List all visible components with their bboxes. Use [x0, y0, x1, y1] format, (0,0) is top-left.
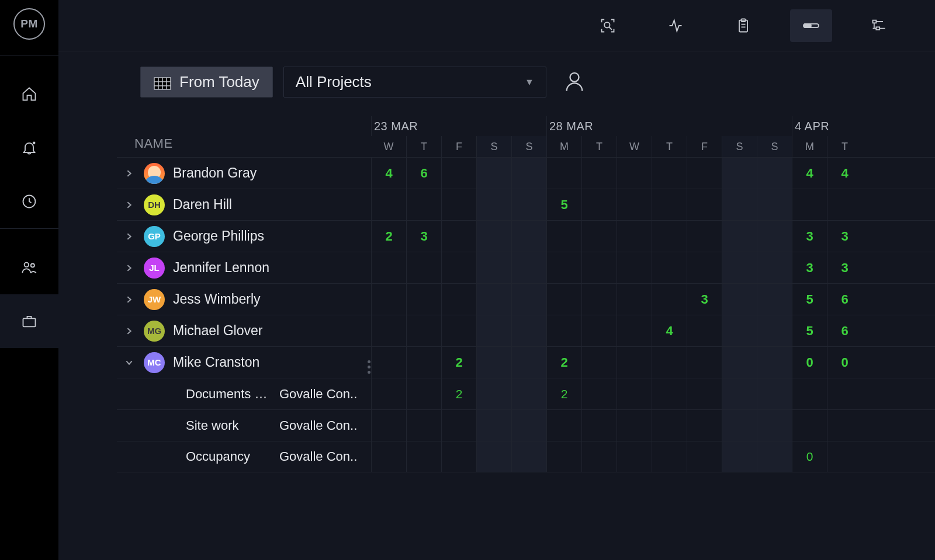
workload-cell[interactable] [827, 189, 862, 220]
workload-cell[interactable]: 2 [441, 378, 476, 409]
chevron-right-icon[interactable] [123, 200, 136, 210]
workload-cell[interactable] [617, 410, 652, 441]
workload-cell[interactable] [652, 189, 687, 220]
workload-cell[interactable] [652, 158, 687, 189]
workload-cell[interactable] [476, 315, 511, 346]
task-name[interactable]: Occupancy [186, 449, 279, 464]
person-name[interactable]: Mike Cranston [173, 354, 259, 370]
workload-cell[interactable] [371, 252, 406, 283]
workload-cell[interactable] [511, 221, 546, 252]
workload-cell[interactable] [546, 252, 581, 283]
workload-cell[interactable] [371, 347, 406, 378]
workload-cell[interactable] [757, 378, 792, 409]
workload-cell[interactable] [406, 284, 441, 315]
sidebar-item-home[interactable] [0, 67, 58, 121]
workload-cell[interactable] [617, 252, 652, 283]
workload-cell[interactable]: 4 [652, 315, 687, 346]
workload-cell[interactable] [546, 221, 581, 252]
workload-cell[interactable]: 2 [546, 347, 581, 378]
sidebar-item-recent[interactable] [0, 175, 58, 228]
workload-cell[interactable] [511, 378, 546, 409]
workload-cell[interactable] [652, 410, 687, 441]
workload-cell[interactable] [652, 378, 687, 409]
workload-cell[interactable]: 3 [687, 284, 722, 315]
workload-cell[interactable] [546, 315, 581, 346]
workload-cell[interactable] [652, 347, 687, 378]
workload-cell[interactable] [687, 378, 722, 409]
workload-cell[interactable] [546, 441, 581, 472]
workload-cell[interactable] [722, 189, 757, 220]
workload-cell[interactable] [722, 315, 757, 346]
workload-cell[interactable] [406, 378, 441, 409]
workload-cell[interactable] [406, 315, 441, 346]
workload-cell[interactable] [687, 189, 722, 220]
workload-cell[interactable] [687, 221, 722, 252]
workload-cell[interactable] [511, 158, 546, 189]
workload-cell[interactable] [371, 410, 406, 441]
workload-cell[interactable] [476, 441, 511, 472]
workload-cell[interactable]: 3 [827, 221, 862, 252]
workload-cell[interactable] [722, 441, 757, 472]
workload-cell[interactable] [687, 347, 722, 378]
view-clipboard[interactable] [722, 9, 764, 42]
workload-cell[interactable] [617, 441, 652, 472]
workload-cell[interactable] [687, 441, 722, 472]
workload-cell[interactable] [757, 441, 792, 472]
workload-cell[interactable]: 3 [792, 252, 827, 283]
chevron-right-icon[interactable] [123, 326, 136, 336]
workload-cell[interactable] [617, 284, 652, 315]
workload-cell[interactable] [757, 347, 792, 378]
workload-cell[interactable] [441, 284, 476, 315]
workload-cell[interactable] [511, 252, 546, 283]
workload-cell[interactable] [581, 189, 617, 220]
project-select[interactable]: All Projects ▼ [283, 67, 546, 98]
workload-cell[interactable] [722, 378, 757, 409]
workload-cell[interactable] [827, 378, 862, 409]
workload-cell[interactable] [476, 252, 511, 283]
workload-cell[interactable] [476, 347, 511, 378]
view-structure[interactable] [858, 9, 900, 42]
chevron-right-icon[interactable] [123, 263, 136, 273]
workload-cell[interactable] [617, 347, 652, 378]
workload-cell[interactable] [792, 189, 827, 220]
workload-cell[interactable] [722, 252, 757, 283]
workload-cell[interactable] [722, 284, 757, 315]
workload-cell[interactable] [581, 284, 617, 315]
sidebar-item-notifications[interactable] [0, 121, 58, 175]
workload-cell[interactable] [476, 221, 511, 252]
workload-cell[interactable] [581, 410, 617, 441]
workload-cell[interactable] [511, 284, 546, 315]
chevron-right-icon[interactable] [123, 232, 136, 241]
workload-cell[interactable] [687, 158, 722, 189]
person-name[interactable]: Jess Wimberly [173, 291, 261, 307]
workload-cell[interactable] [687, 410, 722, 441]
view-scan[interactable] [587, 9, 629, 42]
workload-cell[interactable] [757, 252, 792, 283]
workload-cell[interactable] [652, 252, 687, 283]
workload-cell[interactable] [687, 315, 722, 346]
workload-cell[interactable]: 4 [827, 158, 862, 189]
workload-cell[interactable] [371, 284, 406, 315]
workload-cell[interactable]: 2 [546, 378, 581, 409]
workload-cell[interactable] [441, 410, 476, 441]
workload-cell[interactable] [722, 347, 757, 378]
workload-cell[interactable]: 2 [441, 347, 476, 378]
workload-cell[interactable]: 5 [546, 189, 581, 220]
workload-cell[interactable] [441, 221, 476, 252]
workload-cell[interactable]: 4 [371, 158, 406, 189]
workload-cell[interactable] [371, 315, 406, 346]
workload-cell[interactable] [581, 441, 617, 472]
chevron-right-icon[interactable] [123, 169, 136, 178]
workload-cell[interactable] [652, 284, 687, 315]
workload-cell[interactable] [511, 347, 546, 378]
workload-cell[interactable] [581, 378, 617, 409]
workload-cell[interactable] [371, 378, 406, 409]
workload-cell[interactable]: 6 [827, 284, 862, 315]
workload-cell[interactable]: 3 [827, 252, 862, 283]
workload-cell[interactable] [476, 158, 511, 189]
workload-cell[interactable] [617, 378, 652, 409]
workload-cell[interactable]: 6 [827, 315, 862, 346]
workload-cell[interactable] [722, 158, 757, 189]
workload-cell[interactable] [406, 410, 441, 441]
workload-cell[interactable] [687, 252, 722, 283]
